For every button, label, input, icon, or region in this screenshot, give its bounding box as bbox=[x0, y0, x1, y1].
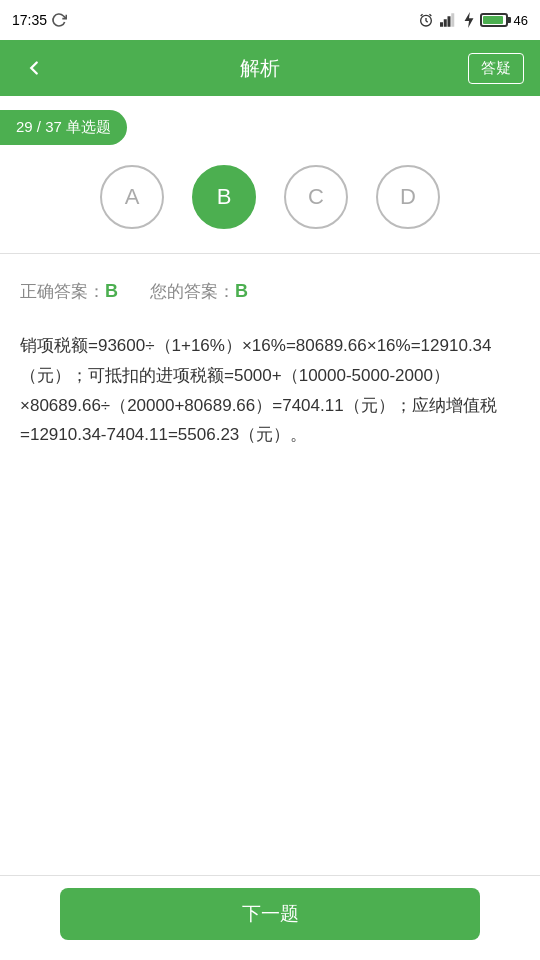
progress-label: 29 / 37 单选题 bbox=[16, 118, 111, 137]
user-answer-value: B bbox=[235, 281, 248, 301]
option-a[interactable]: A bbox=[100, 165, 164, 229]
svg-rect-6 bbox=[451, 13, 454, 27]
svg-rect-4 bbox=[443, 19, 446, 27]
correct-answer-value: B bbox=[105, 281, 118, 301]
answer-row: 正确答案：B 您的答案：B bbox=[20, 280, 520, 303]
svg-marker-7 bbox=[464, 12, 473, 28]
status-left: 17:35 bbox=[12, 12, 67, 28]
status-time: 17:35 bbox=[12, 12, 47, 28]
battery-icon bbox=[480, 13, 508, 27]
svg-line-2 bbox=[429, 14, 431, 16]
charging-icon bbox=[464, 12, 474, 28]
bottom-bar: 下一题 bbox=[0, 875, 540, 960]
alarm-icon bbox=[418, 12, 434, 28]
correct-answer-label: 正确答案：B bbox=[20, 280, 118, 303]
back-button[interactable] bbox=[16, 50, 52, 86]
answer-section: 正确答案：B 您的答案：B bbox=[0, 264, 540, 315]
divider-top bbox=[0, 253, 540, 254]
option-c[interactable]: C bbox=[284, 165, 348, 229]
option-b[interactable]: B bbox=[192, 165, 256, 229]
header: 解析 答疑 bbox=[0, 40, 540, 96]
signal-icon bbox=[440, 13, 458, 27]
status-bar: 17:35 46 bbox=[0, 0, 540, 40]
options-row: A B C D bbox=[0, 155, 540, 243]
svg-line-1 bbox=[420, 14, 422, 16]
page-title: 解析 bbox=[52, 55, 468, 82]
svg-rect-5 bbox=[447, 16, 450, 27]
user-answer-label: 您的答案：B bbox=[150, 280, 248, 303]
sync-icon bbox=[51, 12, 67, 28]
svg-rect-3 bbox=[440, 22, 443, 27]
status-right: 46 bbox=[418, 12, 528, 28]
next-button[interactable]: 下一题 bbox=[60, 888, 480, 940]
progress-badge: 29 / 37 单选题 bbox=[0, 110, 127, 145]
battery-level: 46 bbox=[514, 13, 528, 28]
option-d[interactable]: D bbox=[376, 165, 440, 229]
qa-button[interactable]: 答疑 bbox=[468, 53, 524, 84]
explanation-text: 销项税额=93600÷（1+16%）×16%=80689.66×16%=1291… bbox=[0, 315, 540, 470]
